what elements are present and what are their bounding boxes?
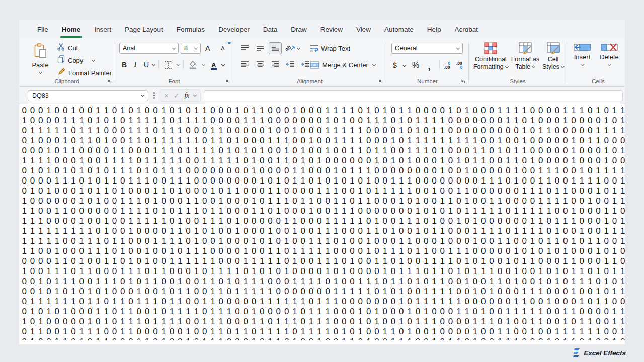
grid-cell[interactable]: 0 bbox=[471, 166, 479, 176]
grid-cell[interactable]: 0 bbox=[463, 216, 471, 226]
grid-cell[interactable]: 0 bbox=[389, 106, 397, 116]
grid-cell[interactable]: 0 bbox=[201, 186, 209, 196]
grid-cell[interactable]: 0 bbox=[406, 126, 414, 136]
grid-cell[interactable]: 1 bbox=[69, 287, 77, 297]
grid-cell[interactable]: 1 bbox=[356, 317, 364, 327]
grid-cell[interactable]: 0 bbox=[192, 216, 200, 226]
grid-cell[interactable]: 0 bbox=[168, 116, 176, 126]
grid-cell[interactable]: 1 bbox=[127, 256, 135, 266]
grid-cell[interactable]: 0 bbox=[430, 236, 438, 246]
grid-cell[interactable]: 0 bbox=[291, 236, 299, 246]
grid-cell[interactable]: 1 bbox=[274, 337, 282, 340]
format-as-table-button[interactable]: Format as Table bbox=[511, 42, 539, 71]
grid-cell[interactable]: 0 bbox=[61, 106, 69, 116]
grid-cell[interactable]: 1 bbox=[594, 297, 602, 307]
grid-cell[interactable]: 1 bbox=[184, 116, 192, 126]
grid-cell[interactable]: 1 bbox=[537, 307, 545, 317]
grid-cell[interactable]: 1 bbox=[45, 297, 53, 307]
grid-cell[interactable]: 0 bbox=[397, 307, 406, 317]
grid-cell[interactable]: 0 bbox=[381, 337, 389, 340]
grid-cell[interactable]: 1 bbox=[159, 216, 168, 226]
grid-cell[interactable]: 0 bbox=[283, 186, 291, 196]
grid-cell[interactable]: 1 bbox=[37, 297, 45, 307]
grid-cell[interactable]: 0 bbox=[274, 236, 282, 246]
increase-font-size-button[interactable]: A bbox=[203, 43, 213, 54]
grid-cell[interactable]: 1 bbox=[455, 297, 463, 307]
grid-cell[interactable]: 1 bbox=[471, 206, 479, 216]
grid-cell[interactable]: 0 bbox=[307, 266, 315, 277]
grid-cell[interactable]: 1 bbox=[356, 327, 364, 337]
grid-cell[interactable]: 1 bbox=[397, 196, 406, 206]
grid-cell[interactable]: 1 bbox=[61, 327, 69, 337]
grid-cell[interactable]: 1 bbox=[594, 266, 602, 277]
fill-color-button[interactable] bbox=[187, 59, 199, 70]
grid-cell[interactable]: 1 bbox=[356, 307, 364, 317]
grid-cell[interactable]: 0 bbox=[586, 186, 594, 196]
grid-cell[interactable]: 1 bbox=[119, 156, 127, 166]
grid-cell[interactable]: 1 bbox=[37, 327, 45, 337]
grid-cell[interactable]: 1 bbox=[520, 256, 528, 266]
grid-cell[interactable]: 1 bbox=[266, 196, 274, 206]
grid-cell[interactable]: 1 bbox=[545, 337, 553, 340]
grid-cell[interactable]: 1 bbox=[94, 166, 102, 176]
grid-cell[interactable]: 0 bbox=[28, 317, 36, 327]
grid-cell[interactable]: 1 bbox=[168, 126, 176, 136]
grid-cell[interactable]: 0 bbox=[553, 126, 561, 136]
grid-cell[interactable]: 1 bbox=[570, 136, 578, 146]
grid-cell[interactable]: 0 bbox=[324, 166, 332, 176]
grid-cell[interactable]: 0 bbox=[102, 297, 110, 307]
grid-cell[interactable]: 0 bbox=[225, 297, 233, 307]
grid-cell[interactable]: 1 bbox=[53, 266, 61, 277]
grid-cell[interactable]: 1 bbox=[266, 266, 274, 277]
grid-cell[interactable]: 0 bbox=[594, 196, 602, 206]
grid-cell[interactable]: 1 bbox=[389, 246, 397, 256]
grid-cell[interactable]: 0 bbox=[463, 337, 471, 340]
grid-cell[interactable]: 1 bbox=[110, 156, 118, 166]
grid-cell[interactable]: 0 bbox=[258, 156, 266, 166]
grid-cell[interactable]: 1 bbox=[274, 196, 282, 206]
grid-cell[interactable]: 0 bbox=[102, 206, 110, 216]
menu-tab-page-layout[interactable]: Page Layout bbox=[125, 20, 163, 38]
grid-cell[interactable]: 0 bbox=[102, 196, 110, 206]
grid-cell[interactable]: 1 bbox=[570, 216, 578, 226]
grid-cell[interactable]: 1 bbox=[570, 327, 578, 337]
delete-cells-button[interactable]: Delete bbox=[598, 42, 620, 66]
grid-cell[interactable]: 0 bbox=[69, 236, 77, 246]
grid-cell[interactable]: 0 bbox=[496, 116, 504, 126]
grid-cell[interactable]: 0 bbox=[610, 277, 618, 287]
grid-cell[interactable]: 1 bbox=[455, 246, 463, 256]
grid-cell[interactable]: 1 bbox=[619, 287, 625, 297]
grid-cell[interactable]: 0 bbox=[414, 287, 422, 297]
grid-cell[interactable]: 0 bbox=[553, 246, 561, 256]
grid-cell[interactable]: 0 bbox=[422, 226, 430, 236]
grid-cell[interactable]: 1 bbox=[438, 236, 446, 246]
grid-cell[interactable]: 0 bbox=[192, 287, 200, 297]
grid-cell[interactable]: 0 bbox=[258, 166, 266, 176]
grid-cell[interactable]: 1 bbox=[69, 297, 77, 307]
grid-cell[interactable]: 1 bbox=[28, 307, 36, 317]
grid-cell[interactable]: 1 bbox=[102, 156, 110, 166]
grid-cell[interactable]: 1 bbox=[77, 236, 86, 246]
grid-cell[interactable]: 0 bbox=[455, 146, 463, 156]
grid-cell[interactable]: 0 bbox=[69, 317, 77, 327]
grid-cell[interactable]: 0 bbox=[61, 317, 69, 327]
grid-cell[interactable]: 0 bbox=[225, 287, 233, 297]
grid-cell[interactable]: 1 bbox=[512, 337, 520, 340]
grid-cell[interactable]: 0 bbox=[233, 256, 242, 266]
grid-cell[interactable]: 1 bbox=[414, 266, 422, 277]
grid-cell[interactable]: 0 bbox=[69, 206, 77, 216]
grid-cell[interactable]: 1 bbox=[176, 106, 184, 116]
grid-cell[interactable]: 0 bbox=[446, 116, 454, 126]
formula-bar-drag-handle[interactable] bbox=[151, 92, 157, 99]
grid-cell[interactable]: 1 bbox=[53, 256, 61, 266]
grid-cell[interactable]: 1 bbox=[61, 307, 69, 317]
grid-cell[interactable]: 1 bbox=[28, 186, 36, 196]
grid-cell[interactable]: 0 bbox=[45, 206, 53, 216]
grid-cell[interactable]: 0 bbox=[561, 297, 570, 307]
grid-cell[interactable]: 0 bbox=[291, 327, 299, 337]
grid-cell[interactable]: 1 bbox=[201, 337, 209, 340]
grid-cell[interactable]: 1 bbox=[545, 176, 553, 186]
grid-cell[interactable]: 1 bbox=[307, 136, 315, 146]
grid-cell[interactable]: 0 bbox=[463, 236, 471, 246]
grid-cell[interactable]: 1 bbox=[127, 226, 135, 236]
